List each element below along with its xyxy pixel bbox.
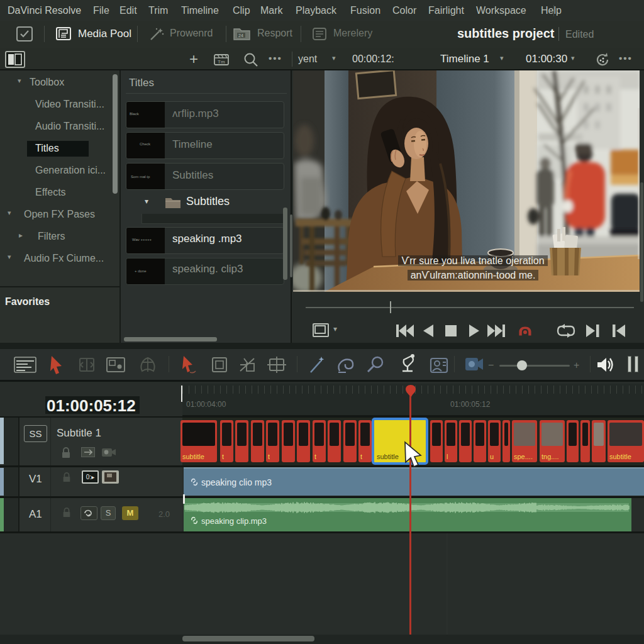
svg-text:24: 24 [238,33,243,38]
svg-text:Tm: Tm [218,59,225,65]
